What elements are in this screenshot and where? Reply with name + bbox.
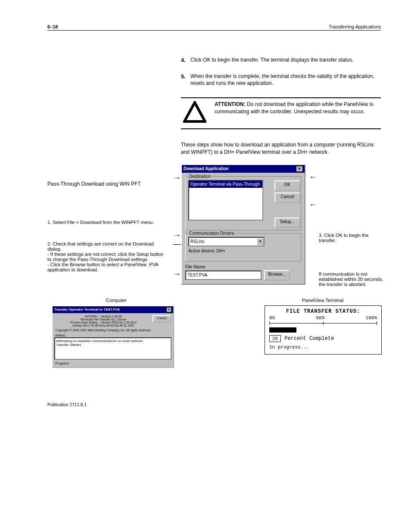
filename-field[interactable]: TEST.PVA (185, 271, 262, 280)
page-header: 6–18 Transferring Applications (47, 24, 381, 31)
warning-triangle-icon (181, 101, 209, 124)
publication-footer: Publication 2711-6.1 (47, 402, 381, 407)
close-icon[interactable]: ✕ (296, 166, 303, 172)
step-number: 4. (181, 56, 190, 64)
download-application-dialog: Download Application ✕ Destination Opera… (181, 164, 305, 285)
info-text: Library v03.1.76.40.01hu.64-03/18.49.51.… (54, 324, 153, 327)
step-text: Click OK to begin the transfer. The term… (190, 56, 381, 64)
file-transfer-status-box: FILE TRANSFER STATUS: 0% 50% 100% (265, 305, 382, 355)
dialog-title: Download Application (184, 166, 229, 172)
step-5: 5. When the transfer is complete, the te… (181, 73, 381, 87)
percent-complete-label: Percent Complete (284, 336, 334, 342)
callout-step1: 1. Select File > Download from the WINPF… (47, 220, 164, 225)
progress-fill (269, 327, 296, 333)
step-number: 5. (181, 73, 190, 87)
list-item[interactable]: Operator Terminal via Pass-Through (189, 181, 262, 188)
cancel-button[interactable]: Cancel (153, 315, 171, 323)
callout-step2: 2. Check that settings are correct on th… (47, 241, 164, 272)
percent-value: 25 (269, 335, 281, 342)
chevron-down-icon[interactable]: ▼ (257, 238, 264, 245)
attention-box: ATTENTION: Do not download the applicati… (181, 97, 381, 129)
svg-marker-0 (184, 103, 205, 121)
ok-button[interactable]: OK (274, 180, 300, 191)
section-intro: These steps show how to download an appl… (181, 141, 381, 156)
status-line: Attempting to establish communications o… (56, 339, 170, 343)
browse-button[interactable]: Browse... (264, 270, 290, 280)
step-text: When the transfer is complete, the termi… (190, 73, 381, 87)
comm-drivers-label: Communication Drivers (188, 230, 235, 236)
chapter-title: Transferring Applications (329, 24, 381, 29)
filename-label: File Name: (185, 264, 301, 270)
status-textbox: Attempting to establish communications o… (54, 337, 171, 360)
percent-100: 100% (366, 315, 377, 320)
status-line: Transfer Started... (56, 343, 170, 347)
close-icon[interactable]: ✕ (166, 307, 171, 312)
progress-label: Progress (55, 361, 171, 365)
setup-button[interactable]: Setup... (274, 218, 300, 228)
section-heading: Pass-Through Download using WIN PFT (47, 181, 141, 187)
copyright-text: Copyright © 1994-1997 Allen-Bradley Comp… (54, 329, 153, 332)
active-drivers-label: Active drivers: DH+ (188, 248, 298, 254)
status-title: FILE TRANSFER STATUS: (269, 308, 377, 314)
attention-title: ATTENTION: (215, 101, 246, 107)
destination-label: Destination (188, 174, 212, 180)
scale-track (269, 321, 377, 326)
comm-driver-combo[interactable]: RSLinx ▼ (188, 237, 265, 246)
transfer-dialog: Transfer Operator Terminal to TEST.PVA ✕… (52, 305, 174, 368)
computer-label: Computer (52, 298, 181, 303)
progress-bar (269, 327, 377, 333)
info-text: PVLink driver library -- Version PDS:rev… (54, 321, 153, 324)
destination-listbox[interactable]: Operator Terminal via Pass-Through (188, 180, 263, 221)
version-text: WT32DH -- Version 1.05.06 (54, 315, 153, 318)
percent-50: 50% (316, 315, 324, 320)
combo-value: RSLinx (190, 239, 204, 245)
info-text: Windows File Transfer DLL Server (54, 318, 153, 321)
panelview-label: PanelView Terminal (265, 298, 381, 303)
status-label: Status: (55, 333, 171, 337)
transfer-title: Transfer Operator Terminal to TEST.PVA (54, 308, 120, 311)
cancel-button[interactable]: Cancel (274, 193, 300, 203)
dialog-titlebar: Download Application ✕ (182, 165, 305, 173)
percent-0: 0% (269, 315, 275, 320)
page-number: 6–18 (47, 24, 58, 29)
step-4: 4. Click OK to begin the transfer. The t… (181, 56, 381, 64)
in-progress-label: In progress... (269, 345, 377, 350)
